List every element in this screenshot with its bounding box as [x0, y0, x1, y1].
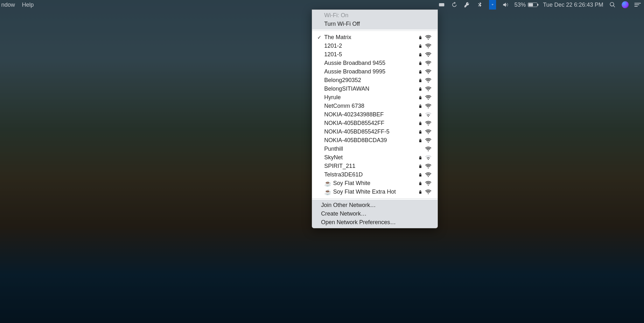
network-name: BelongSITIAWAN	[324, 86, 416, 92]
lock-icon	[416, 181, 424, 186]
wifi-footer-action[interactable]: Join Other Network…	[312, 201, 438, 210]
menubar-right: 53% Tue Dec 22 6:26:43 PM	[438, 0, 641, 10]
lock-icon	[416, 138, 424, 143]
network-name: NetComm 6738	[324, 103, 416, 109]
footer-label: Join Other Network…	[321, 202, 432, 209]
wifi-network-row[interactable]: SkyNet	[312, 153, 438, 162]
lock-icon	[416, 164, 424, 168]
wifi-network-row[interactable]: Belong290352	[312, 76, 438, 85]
lock-icon	[416, 121, 424, 126]
network-name: NOKIA-402343988BEF	[324, 111, 416, 118]
wifi-network-row[interactable]: Punthill	[312, 145, 438, 153]
clock[interactable]: Tue Dec 22 6:26:43 PM	[543, 2, 603, 8]
battery-percent-label: 53%	[514, 2, 526, 8]
spotlight-icon[interactable]	[609, 1, 616, 8]
menubar-left: ndow Help	[0, 2, 34, 8]
signal-icon	[424, 147, 432, 152]
lock-icon	[416, 44, 424, 48]
signal-icon	[424, 164, 432, 169]
wifi-menu: Wi-Fi: On Turn Wi-Fi Off ✓The Matrix 120…	[312, 10, 438, 228]
network-name: NOKIA-405BD85542FF	[324, 120, 416, 127]
wifi-network-row[interactable]: ✓The Matrix	[312, 33, 438, 42]
signal-icon	[424, 69, 432, 74]
footer-label: Open Network Preferences…	[321, 219, 432, 226]
wifi-icon[interactable]	[489, 0, 496, 10]
keyboard-icon[interactable]	[438, 1, 445, 8]
wifi-network-row[interactable]: Hyrule	[312, 93, 438, 102]
wifi-network-row[interactable]: NOKIA-402343988BEF	[312, 110, 438, 119]
menu-window[interactable]: ndow	[1, 2, 15, 8]
network-emoji: ☕	[324, 180, 333, 187]
wifi-menu-header: Wi-Fi: On Turn Wi-Fi Off	[312, 10, 438, 30]
network-name: 1201-5	[324, 51, 416, 58]
wifi-network-row[interactable]: 1201-5	[312, 50, 438, 59]
network-emoji: ☕	[324, 189, 333, 196]
wifi-network-row[interactable]: Aussie Broadband 9455	[312, 59, 438, 67]
lock-icon	[416, 173, 424, 177]
signal-icon	[424, 112, 432, 117]
signal-icon	[424, 44, 432, 49]
lock-icon	[416, 104, 424, 108]
network-name: Soy Flat White	[333, 180, 416, 187]
signal-icon	[424, 52, 432, 57]
bluetooth-icon[interactable]	[476, 1, 483, 8]
checkmark-icon: ✓	[317, 34, 324, 40]
signal-icon	[424, 155, 432, 160]
signal-icon	[424, 78, 432, 83]
network-name: Hyrule	[324, 94, 416, 101]
wifi-toggle-label: Turn Wi-Fi Off	[324, 21, 432, 27]
footer-label: Create Network…	[321, 210, 432, 217]
lock-icon	[416, 155, 424, 160]
lock-icon	[416, 95, 424, 100]
key-icon[interactable]	[464, 1, 471, 8]
lock-icon	[416, 87, 424, 91]
wifi-network-row[interactable]: Telstra3DE61D	[312, 170, 438, 179]
wifi-network-row[interactable]: NOKIA-405BD8BCDA39	[312, 136, 438, 145]
notification-center-icon[interactable]	[634, 3, 641, 7]
signal-icon	[424, 181, 432, 186]
sync-icon[interactable]	[451, 1, 458, 8]
menu-help[interactable]: Help	[22, 2, 34, 8]
signal-icon	[424, 121, 432, 126]
lock-icon	[416, 35, 424, 40]
network-name: The Matrix	[324, 34, 416, 41]
volume-icon[interactable]	[502, 1, 509, 8]
network-name: Soy Flat White Extra Hot	[333, 189, 416, 195]
lock-icon	[416, 52, 424, 57]
signal-icon	[424, 104, 432, 109]
wifi-network-row[interactable]: BelongSITIAWAN	[312, 85, 438, 93]
menubar: ndow Help 53% Tue Dec 22 6:26:43 PM	[0, 0, 644, 10]
separator	[312, 31, 438, 31]
wifi-network-row[interactable]: NetComm 6738	[312, 102, 438, 110]
wifi-status-row: Wi-Fi: On	[312, 11, 438, 20]
wifi-footer-action[interactable]: Create Network…	[312, 210, 438, 218]
lock-icon	[416, 70, 424, 74]
network-name: NOKIA-405BD8BCDA39	[324, 137, 416, 144]
signal-icon	[424, 86, 432, 92]
network-name: Punthill	[324, 146, 416, 152]
siri-icon[interactable]	[622, 1, 629, 8]
wifi-network-row[interactable]: NOKIA-405BD85542FF	[312, 119, 438, 127]
signal-icon	[424, 61, 432, 66]
wifi-network-row[interactable]: SPIRIT_211	[312, 162, 438, 170]
network-name: 1201-2	[324, 43, 416, 49]
wifi-network-list: ✓The Matrix 1201-2 1201-5 Aussie Broadba…	[312, 32, 438, 197]
wifi-footer-action[interactable]: Open Network Preferences…	[312, 218, 438, 227]
signal-icon	[424, 172, 432, 177]
signal-icon	[424, 189, 432, 195]
signal-icon	[424, 138, 432, 143]
wifi-network-row[interactable]: 1201-2	[312, 42, 438, 50]
wifi-menu-footer: Join Other Network…Create Network…Open N…	[312, 200, 438, 228]
wifi-network-row[interactable]: Aussie Broadband 9995	[312, 67, 438, 76]
signal-icon	[424, 129, 432, 134]
network-name: Aussie Broadband 9455	[324, 60, 416, 66]
wifi-network-row[interactable]: ☕Soy Flat White Extra Hot	[312, 188, 438, 196]
signal-icon	[424, 35, 432, 40]
network-name: SPIRIT_211	[324, 163, 416, 169]
wifi-network-row[interactable]: NOKIA-405BD85542FF-5	[312, 127, 438, 136]
wifi-status-label: Wi-Fi: On	[324, 12, 432, 19]
battery-status[interactable]: 53%	[514, 2, 537, 8]
wifi-network-row[interactable]: ☕Soy Flat White	[312, 179, 438, 188]
lock-icon	[416, 113, 424, 117]
wifi-toggle-row[interactable]: Turn Wi-Fi Off	[312, 20, 438, 28]
